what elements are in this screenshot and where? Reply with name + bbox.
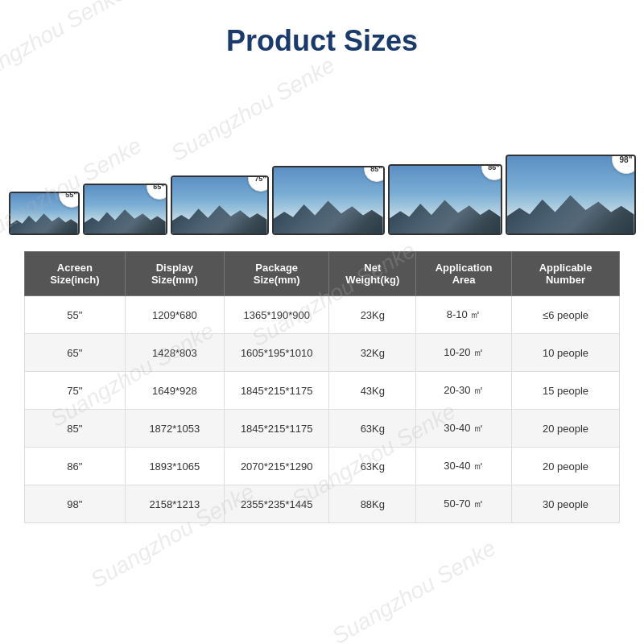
cell-application_area: 8-10 ㎡ [416, 296, 512, 334]
cell-net_weight: 23Kg [329, 296, 416, 334]
cell-applicable_number: 20 people [512, 448, 620, 485]
cell-applicable_number: ≤6 people [512, 296, 620, 334]
cell-screen_size: 86" [25, 448, 126, 485]
table-header-row: Acreen Size(inch) Display Size(mm) Packa… [25, 252, 620, 296]
monitor-85-wrapper: 85" [272, 166, 385, 235]
monitor-98: 98" [506, 155, 636, 235]
cell-net_weight: 88Kg [329, 485, 416, 523]
monitor-85: 85" [272, 166, 385, 235]
table-row: 98"2158*12132355*235*144588Kg50-70 ㎡30 p… [25, 485, 620, 523]
monitor-55-wrapper: 55" [9, 192, 80, 235]
monitor-65-wrapper: 65" [83, 184, 167, 235]
cell-application_area: 50-70 ㎡ [416, 485, 512, 523]
monitor-86-wrapper: 86" [388, 164, 502, 235]
cell-display_size: 1893*1065 [125, 448, 224, 485]
monitors-section: 55" 65" 75" 85" [24, 74, 620, 235]
cell-screen_size: 65" [25, 334, 126, 372]
cell-application_area: 20-30 ㎡ [416, 372, 512, 410]
monitor-98-wrapper: 98" [506, 155, 636, 235]
table-row: 86"1893*10652070*215*129063Kg30-40 ㎡20 p… [25, 448, 620, 485]
monitor-75: 75" [171, 175, 269, 235]
cell-display_size: 2158*1213 [125, 485, 224, 523]
cell-display_size: 1872*1053 [125, 410, 224, 448]
monitor-stack: 55" 65" 75" 85" [7, 155, 638, 235]
table-row: 85"1872*10531845*215*117563Kg30-40 ㎡20 p… [25, 410, 620, 448]
cell-display_size: 1428*803 [125, 334, 224, 372]
cell-package_size: 1845*215*1175 [225, 372, 329, 410]
page-container: Suangzhou Senke Suangzhou Senke Suangzho… [0, 0, 644, 644]
cell-screen_size: 98" [25, 485, 126, 523]
product-table: Acreen Size(inch) Display Size(mm) Packa… [24, 251, 620, 523]
cell-display_size: 1209*680 [125, 296, 224, 334]
cell-net_weight: 63Kg [329, 410, 416, 448]
table-row: 55"1209*6801365*190*90023Kg8-10 ㎡≤6 peop… [25, 296, 620, 334]
cell-display_size: 1649*928 [125, 372, 224, 410]
monitor-86: 86" [388, 164, 502, 235]
monitor-65: 65" [83, 184, 167, 235]
monitor-55: 55" [9, 192, 80, 235]
page-title: Product Sizes [226, 24, 418, 58]
cell-package_size: 1845*215*1175 [225, 410, 329, 448]
col-header-screen-size: Acreen Size(inch) [25, 252, 126, 296]
cell-net_weight: 43Kg [329, 372, 416, 410]
cell-screen_size: 75" [25, 372, 126, 410]
col-header-display-size: Display Size(mm) [125, 252, 224, 296]
cell-package_size: 1365*190*900 [225, 296, 329, 334]
col-header-net-weight: Net Weight(kg) [329, 252, 416, 296]
cell-applicable_number: 10 people [512, 334, 620, 372]
col-header-applicable-number: Applicable Number [512, 252, 620, 296]
cell-applicable_number: 20 people [512, 410, 620, 448]
col-header-application-area: Application Area [416, 252, 512, 296]
table-row: 65"1428*8031605*195*101032Kg10-20 ㎡10 pe… [25, 334, 620, 372]
cell-net_weight: 63Kg [329, 448, 416, 485]
cell-application_area: 30-40 ㎡ [416, 410, 512, 448]
table-row: 75"1649*9281845*215*117543Kg20-30 ㎡15 pe… [25, 372, 620, 410]
cell-package_size: 2070*215*1290 [225, 448, 329, 485]
cell-package_size: 2355*235*1445 [225, 485, 329, 523]
cell-screen_size: 85" [25, 410, 126, 448]
col-header-package-size: Package Size(mm) [225, 252, 329, 296]
cell-application_area: 30-40 ㎡ [416, 448, 512, 485]
cell-applicable_number: 30 people [512, 485, 620, 523]
monitor-75-wrapper: 75" [171, 175, 269, 235]
cell-application_area: 10-20 ㎡ [416, 334, 512, 372]
cell-package_size: 1605*195*1010 [225, 334, 329, 372]
cell-screen_size: 55" [25, 296, 126, 334]
cell-net_weight: 32Kg [329, 334, 416, 372]
cell-applicable_number: 15 people [512, 372, 620, 410]
